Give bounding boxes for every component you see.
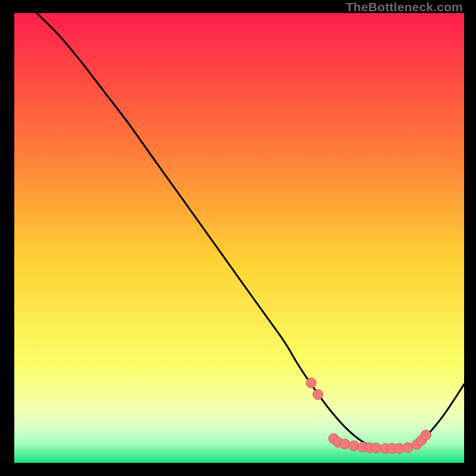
gradient-bg [14,13,464,463]
data-dot [403,443,413,453]
data-dot [313,390,323,400]
plot-area [14,13,464,463]
data-dot [306,378,316,388]
data-dot [349,441,359,451]
chart-svg [14,13,464,463]
watermark: TheBottleneck.com [346,0,463,14]
data-dot [421,430,431,440]
data-dot [371,443,381,453]
data-dot [340,439,350,449]
chart-stage: TheBottleneck.com [0,0,476,476]
